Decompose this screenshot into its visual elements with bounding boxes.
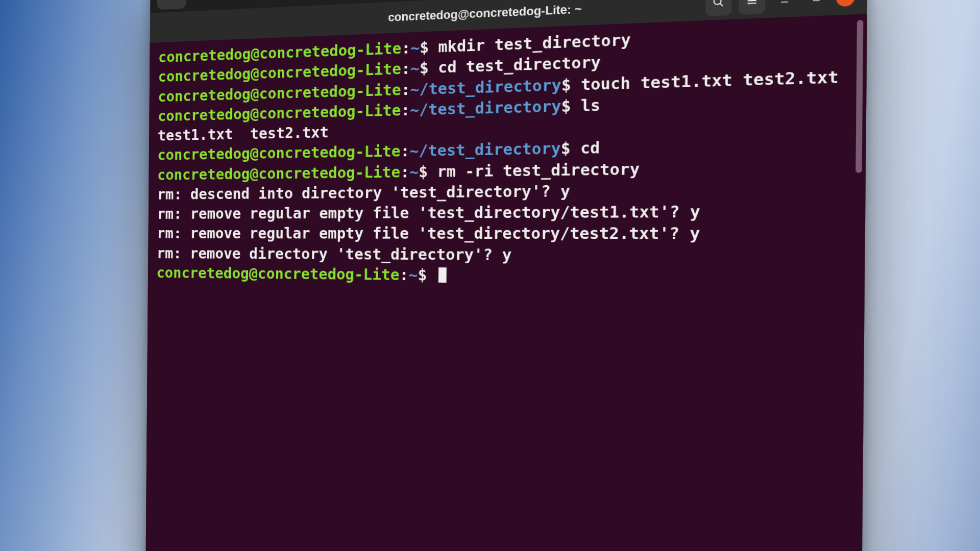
minimize-button[interactable]	[772, 0, 797, 12]
prompt-path: ~/test_directory	[409, 139, 560, 160]
prompt-command: ls	[580, 95, 600, 115]
prompt-command: cd	[580, 138, 600, 158]
prompt-separator: :	[401, 80, 410, 98]
menu-button[interactable]	[739, 0, 765, 15]
prompt-sigil: $	[418, 266, 436, 284]
prompt-separator: :	[401, 59, 410, 78]
prompt-path: ~	[410, 59, 420, 78]
terminal-output-line: rm: remove regular empty file 'test_dire…	[157, 200, 854, 223]
prompt-separator: :	[401, 39, 410, 58]
prompt-user-host: concretedog@concretedog-Lite	[157, 163, 400, 184]
prompt-path: ~	[409, 162, 419, 181]
prompt-user-host: concretedog@concretedog-Lite	[157, 264, 400, 284]
close-button[interactable]	[836, 0, 855, 7]
prompt-sigil: $	[561, 74, 581, 94]
prompt-command: cd test_directory	[438, 53, 601, 77]
output-text: rm: remove regular empty file 'test_dire…	[157, 202, 700, 222]
prompt-sigil: $	[420, 58, 438, 77]
prompt-sigil: $	[420, 38, 438, 57]
text-cursor	[438, 267, 447, 283]
desktop-background: concretedog@concretedog-Lite: ~	[0, 0, 980, 551]
terminal-body[interactable]: concretedog@concretedog-Lite:~$ mkdir te…	[145, 14, 867, 551]
output-text: rm: descend into directory 'test_directo…	[157, 182, 570, 203]
maximize-button[interactable]	[804, 0, 829, 11]
search-icon	[712, 0, 725, 11]
minimize-icon	[778, 0, 791, 8]
hamburger-icon	[745, 0, 758, 10]
prompt-separator: :	[399, 265, 408, 284]
maximize-icon	[812, 0, 821, 5]
search-button[interactable]	[705, 0, 732, 16]
prompt-command: rm -ri test_directory	[437, 159, 640, 181]
terminal-output-line: rm: remove regular empty file 'test_dire…	[157, 222, 854, 245]
new-tab-button[interactable]	[157, 0, 186, 10]
new-tab-icon	[164, 0, 179, 4]
prompt-sigil: $	[419, 162, 437, 181]
svg-rect-2	[814, 0, 819, 1]
output-text: rm: remove directory 'test_directory'? y	[157, 244, 512, 264]
prompt-path: ~	[408, 265, 418, 284]
scrollbar-thumb[interactable]	[855, 20, 863, 173]
close-icon	[841, 0, 850, 3]
prompt-sigil: $	[560, 139, 580, 158]
terminal-prompt-line: concretedog@concretedog-Lite:~$	[156, 263, 853, 290]
prompt-sigil: $	[561, 96, 581, 115]
prompt-path: ~/test_directory	[410, 76, 561, 98]
output-text: rm: remove regular empty file 'test_dire…	[157, 224, 700, 243]
prompt-path: ~/test_directory	[410, 96, 561, 119]
prompt-separator: :	[401, 101, 410, 119]
prompt-separator: :	[400, 142, 409, 160]
prompt-path: ~	[410, 38, 420, 57]
prompt-separator: :	[400, 162, 409, 181]
terminal-window: concretedog@concretedog-Lite: ~	[145, 0, 868, 551]
prompt-user-host: concretedog@concretedog-Lite	[157, 142, 400, 164]
output-text: test1.txt test2.txt	[158, 123, 329, 144]
